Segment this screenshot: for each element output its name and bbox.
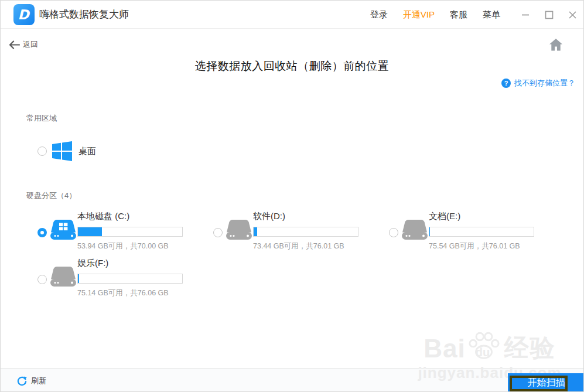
watermark-bai: Bai (424, 336, 465, 362)
start-scan-button[interactable]: 开始扫描 (508, 373, 584, 392)
back-button[interactable]: 返回 (9, 39, 38, 50)
login-button[interactable]: 登录 (370, 9, 388, 21)
drive-item-e[interactable]: 文档(E:) 75.54 GB可用，共76.01 GB (389, 209, 565, 254)
drive-caption: 75.54 GB可用，共76.01 GB (429, 241, 553, 251)
drive-caption: 73.44 GB可用，共76.01 GB (253, 241, 377, 251)
titlebar: D 嗨格式数据恢复大师 登录 开通VIP 客服 菜单 (1, 1, 583, 29)
usage-bar (77, 274, 183, 284)
radio-drive-d[interactable] (213, 228, 223, 237)
radio-desktop[interactable] (37, 146, 47, 156)
drive-info: 软件(D:) 73.44 GB可用，共76.01 GB (253, 210, 377, 251)
help-link[interactable]: ? 找不到存储位置？ (501, 78, 575, 88)
drive-info: 娱乐(F:) 75.14 GB可用，共76.06 GB (77, 257, 202, 298)
refresh-label: 刷新 (31, 376, 46, 386)
desktop-label: 桌面 (78, 146, 96, 157)
window-controls (520, 9, 578, 20)
titlebar-menu: 登录 开通VIP 客服 菜单 (370, 1, 578, 29)
menu-button[interactable]: 菜单 (483, 9, 500, 21)
refresh-icon (17, 376, 27, 386)
close-icon[interactable] (567, 9, 578, 20)
usage-bar (77, 227, 183, 237)
drive-info: 本地磁盘 (C:) 53.94 GB可用，共70.00 GB (77, 210, 202, 251)
back-arrow-icon (9, 40, 20, 49)
drive-name: 娱乐(F:) (77, 257, 202, 269)
drive-caption: 53.94 GB可用，共70.00 GB (77, 241, 202, 251)
customer-service-button[interactable]: 客服 (450, 9, 467, 21)
logo-letter: D (18, 7, 29, 22)
drive-item-f[interactable]: 娱乐(F:) 75.14 GB可用，共76.06 GB (37, 256, 213, 301)
app-logo-icon: D (13, 4, 35, 25)
question-icon: ? (501, 79, 511, 88)
page-title: 选择数据放入回收站（删除）前的位置 (1, 59, 583, 74)
footer-bar: 刷新 (1, 368, 583, 392)
paw-icon: du (467, 329, 501, 362)
usage-bar-fill (429, 227, 430, 236)
minimize-icon[interactable] (520, 9, 531, 20)
usage-bar-fill (78, 227, 102, 236)
drive-info: 文档(E:) 75.54 GB可用，共76.01 GB (429, 210, 553, 251)
drive-icon-e (402, 219, 428, 241)
refresh-button[interactable]: 刷新 (17, 369, 46, 392)
section-label-common: 常用区域 (26, 113, 57, 124)
app-window: D 嗨格式数据恢复大师 登录 开通VIP 客服 菜单 (0, 0, 584, 392)
drive-name: 本地磁盘 (C:) (77, 210, 202, 222)
drive-name: 软件(D:) (253, 210, 377, 222)
watermark-du: du (476, 346, 490, 359)
drive-icon-c (50, 219, 76, 241)
vip-button[interactable]: 开通VIP (403, 9, 435, 21)
radio-drive-c[interactable] (37, 228, 47, 237)
drive-caption: 75.14 GB可用，共76.06 GB (77, 288, 202, 298)
radio-drive-e[interactable] (389, 228, 398, 237)
watermark-jingyan: 经验 (504, 335, 556, 362)
radio-drive-f[interactable] (37, 275, 47, 284)
drive-item-d[interactable]: 软件(D:) 73.44 GB可用，共76.01 GB (213, 209, 389, 254)
back-label: 返回 (23, 39, 38, 50)
drive-name: 文档(E:) (429, 210, 553, 222)
drive-icon-f (50, 266, 76, 288)
windows-logo-icon (52, 141, 72, 161)
usage-bar-fill (254, 227, 257, 236)
app-title: 嗨格式数据恢复大师 (39, 1, 129, 29)
usage-bar (253, 227, 358, 237)
home-icon[interactable] (549, 39, 562, 51)
section-label-partitions: 硬盘分区（4） (26, 190, 76, 201)
drive-item-c[interactable]: 本地磁盘 (C:) 53.94 GB可用，共70.00 GB (37, 209, 213, 254)
maximize-icon[interactable] (544, 9, 554, 20)
usage-bar (429, 227, 534, 237)
usage-bar-fill (78, 274, 79, 283)
drive-icon-d (226, 219, 252, 241)
location-item-desktop[interactable]: 桌面 (37, 140, 96, 162)
help-link-label: 找不到存储位置？ (514, 78, 575, 88)
